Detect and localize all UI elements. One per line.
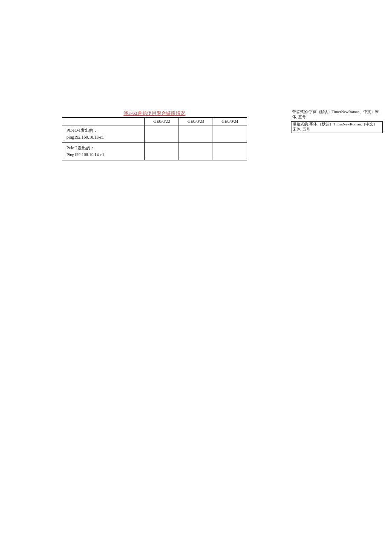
annotation-2: 带格式的:字体:（默认）TimesNewRoman.（中文）宋体. 五号 (291, 121, 383, 133)
link-aggregation-table: GE0/0/22 GE0/0/23 GE0/0/24 PC-IO-I发出的： p… (62, 117, 247, 160)
header-ge24: GE0/0/24 (213, 118, 247, 125)
format-annotations: 带哲式的:字体（默认）TimesNewRoman」中文）宋体, 五号 带格式的:… (291, 109, 383, 134)
row-label-2-line2: Ping192.168.10.14-c1 (66, 151, 142, 158)
table-title: 淡3-63通信使用聚合链路情况 (62, 110, 247, 116)
cell-r1-ge23 (179, 125, 213, 143)
row-label-1: PC-IO-I发出的： ping192.168.10.13-c1 (62, 125, 145, 143)
main-content: 淡3-63通信使用聚合链路情况 GE0/0/22 GE0/0/23 GE0/0/… (62, 110, 247, 160)
header-ge22: GE0/0/22 (145, 118, 179, 125)
annotation-1: 带哲式的:字体（默认）TimesNewRoman」中文）宋体, 五号 (291, 109, 383, 120)
cell-r2-ge24 (213, 143, 247, 160)
table-row: PeIo·2发出的： Ping192.168.10.14-c1 (62, 143, 247, 160)
row-label-2: PeIo·2发出的： Ping192.168.10.14-c1 (62, 143, 145, 160)
row-label-2-line1: PeIo·2发出的： (66, 145, 142, 151)
row-label-1-line1: PC-IO-I发出的： (66, 127, 142, 134)
header-ge23: GE0/0/23 (179, 118, 213, 125)
cell-r2-ge23 (179, 143, 213, 160)
cell-r1-ge22 (145, 125, 179, 143)
cell-r2-ge22 (145, 143, 179, 160)
cell-r1-ge24 (213, 125, 247, 143)
header-empty (62, 118, 145, 125)
table-header-row: GE0/0/22 GE0/0/23 GE0/0/24 (62, 118, 247, 125)
table-row: PC-IO-I发出的： ping192.168.10.13-c1 (62, 125, 247, 143)
row-label-1-line2: ping192.168.10.13-c1 (66, 134, 142, 141)
